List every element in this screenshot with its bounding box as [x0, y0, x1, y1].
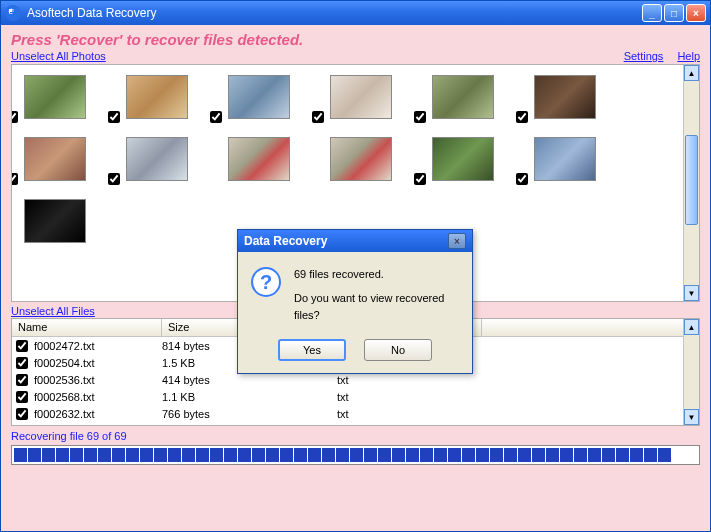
dialog-message: 69 files recovered. Do you want to view …	[294, 266, 460, 325]
dialog-title: Data Recovery	[244, 234, 448, 248]
dialog-titlebar: Data Recovery ×	[238, 230, 472, 252]
photo-checkbox[interactable]	[414, 111, 426, 123]
file-size: 766 bytes	[162, 408, 337, 420]
file-checkbox[interactable]	[16, 374, 28, 386]
app-window: + Asoftech Data Recovery _ □ × Press 'Re…	[0, 0, 711, 532]
file-checkbox[interactable]	[16, 340, 28, 352]
photo-thumbnail[interactable]	[126, 137, 188, 181]
photo-checkbox[interactable]	[11, 111, 18, 123]
photo-thumbnail[interactable]	[534, 137, 596, 181]
file-row[interactable]: f0002568.txt1.1 KBtxt	[12, 388, 699, 405]
photo-item[interactable]	[126, 137, 188, 181]
photo-checkbox[interactable]	[210, 111, 222, 123]
file-size: 1.1 KB	[162, 391, 337, 403]
photo-thumbnail[interactable]	[330, 137, 392, 181]
photo-item[interactable]	[534, 75, 596, 119]
photo-item[interactable]	[534, 137, 596, 181]
dialog-line2: Do you want to view recovered files?	[294, 290, 460, 325]
app-icon: +	[5, 5, 21, 21]
photo-item[interactable]	[432, 75, 494, 119]
photo-checkbox[interactable]	[312, 111, 324, 123]
svg-text:?: ?	[260, 271, 272, 293]
no-button[interactable]: No	[364, 339, 432, 361]
photo-thumbnail[interactable]	[228, 137, 290, 181]
column-blank	[482, 319, 699, 336]
instruction-text: Press 'Recover' to recover files detecte…	[11, 31, 700, 48]
file-checkbox[interactable]	[16, 391, 28, 403]
window-title: Asoftech Data Recovery	[27, 6, 642, 20]
photo-thumbnail[interactable]	[24, 199, 86, 243]
photo-item[interactable]	[432, 137, 494, 181]
photo-item[interactable]	[24, 199, 86, 243]
settings-link[interactable]: Settings	[624, 50, 664, 62]
column-name[interactable]: Name	[12, 319, 162, 336]
photo-item[interactable]	[330, 137, 392, 181]
dialog-close-button[interactable]: ×	[448, 233, 466, 249]
scroll-up-icon[interactable]: ▲	[684, 65, 699, 81]
minimize-button[interactable]: _	[642, 4, 662, 22]
photo-thumbnail[interactable]	[534, 75, 596, 119]
scroll-down-icon[interactable]: ▼	[684, 285, 699, 301]
photo-checkbox[interactable]	[108, 111, 120, 123]
help-link[interactable]: Help	[677, 50, 700, 62]
file-name: f0002568.txt	[32, 391, 162, 403]
recovery-dialog: Data Recovery × ? 69 files recovered. Do…	[237, 229, 473, 374]
photo-checkbox[interactable]	[11, 173, 18, 185]
progress-block	[14, 448, 27, 462]
status-text: Recovering file 69 of 69	[11, 430, 700, 442]
file-name: f0002536.txt	[32, 374, 162, 386]
photo-item[interactable]	[330, 75, 392, 119]
photo-checkbox[interactable]	[516, 173, 528, 185]
dialog-line1: 69 files recovered.	[294, 266, 460, 284]
file-name: f0002632.txt	[32, 408, 162, 420]
photo-thumbnail[interactable]	[330, 75, 392, 119]
maximize-button[interactable]: □	[664, 4, 684, 22]
photo-checkbox[interactable]	[516, 111, 528, 123]
file-checkbox[interactable]	[16, 408, 28, 420]
file-ext: txt	[337, 408, 482, 420]
close-button[interactable]: ×	[686, 4, 706, 22]
file-name: f0002472.txt	[32, 340, 162, 352]
photo-thumbnail[interactable]	[126, 75, 188, 119]
photo-item[interactable]	[126, 75, 188, 119]
file-ext: txt	[337, 391, 482, 403]
scroll-up-icon[interactable]: ▲	[684, 319, 699, 335]
file-row[interactable]: f0002632.txt766 bytestxt	[12, 405, 699, 422]
photo-thumbnail[interactable]	[228, 75, 290, 119]
unselect-all-files-link[interactable]: Unselect All Files	[11, 305, 95, 317]
photo-thumbnail[interactable]	[432, 137, 494, 181]
photo-thumbnail[interactable]	[432, 75, 494, 119]
photo-scrollbar[interactable]: ▲ ▼	[683, 65, 699, 301]
file-scrollbar[interactable]: ▲ ▼	[683, 319, 699, 425]
photo-checkbox[interactable]	[414, 173, 426, 185]
unselect-all-photos-link[interactable]: Unselect All Photos	[11, 50, 106, 62]
file-checkbox[interactable]	[16, 357, 28, 369]
photo-item[interactable]	[24, 137, 86, 181]
photo-item[interactable]	[24, 75, 86, 119]
file-size: 414 bytes	[162, 374, 337, 386]
file-name: f0002504.txt	[32, 357, 162, 369]
file-ext: txt	[337, 374, 482, 386]
photo-item[interactable]	[228, 137, 290, 181]
question-icon: ?	[250, 266, 282, 298]
yes-button[interactable]: Yes	[278, 339, 346, 361]
photo-thumbnail[interactable]	[24, 75, 86, 119]
titlebar: + Asoftech Data Recovery _ □ ×	[1, 1, 710, 25]
scroll-thumb[interactable]	[685, 135, 698, 225]
progress-bar	[11, 445, 700, 465]
photo-checkbox[interactable]	[108, 173, 120, 185]
photo-thumbnail[interactable]	[24, 137, 86, 181]
photo-item[interactable]	[228, 75, 290, 119]
scroll-down-icon[interactable]: ▼	[684, 409, 699, 425]
